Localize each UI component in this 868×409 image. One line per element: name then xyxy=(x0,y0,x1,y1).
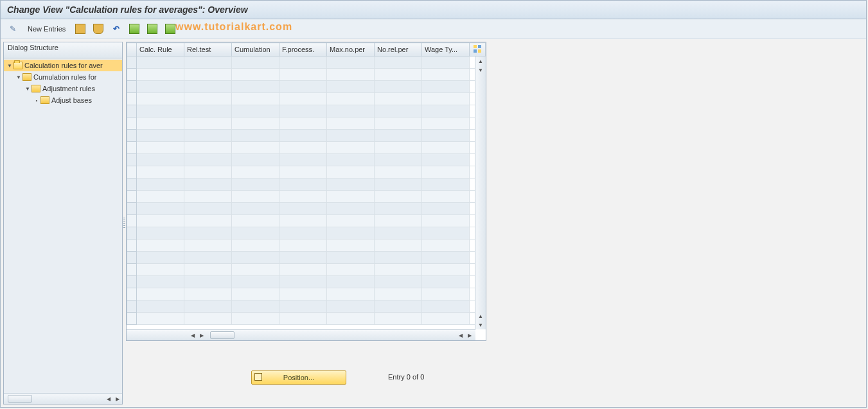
grid-cell[interactable] xyxy=(279,117,327,130)
tree-node[interactable]: ▼Adjustment rules xyxy=(4,83,122,94)
grid-cell[interactable] xyxy=(232,264,279,276)
grid-cell[interactable] xyxy=(137,215,184,227)
grid-cell[interactable] xyxy=(184,166,232,178)
grid-cell[interactable] xyxy=(232,69,279,81)
new-entries-button[interactable]: New Entries xyxy=(24,22,69,35)
grid-cell[interactable] xyxy=(422,215,470,227)
grid-column-header[interactable]: Max.no.per xyxy=(327,43,375,57)
grid-cell[interactable] xyxy=(137,239,184,252)
grid-row-selector[interactable] xyxy=(127,130,137,142)
table-row[interactable] xyxy=(127,276,486,288)
grid-cell[interactable] xyxy=(422,227,470,239)
grid-hscroll-right2[interactable]: ▶ xyxy=(465,331,474,340)
grid-cell[interactable] xyxy=(137,264,184,276)
grid-cell[interactable] xyxy=(279,57,327,69)
grid-vscroll-down2[interactable]: ▲ xyxy=(476,311,485,320)
table-row[interactable] xyxy=(127,154,486,166)
grid-cell[interactable] xyxy=(327,81,375,93)
grid-cell[interactable] xyxy=(279,227,327,239)
grid-cell[interactable] xyxy=(232,178,279,191)
grid-cell[interactable] xyxy=(327,130,375,142)
grid-row-selector[interactable] xyxy=(127,203,137,215)
grid-cell[interactable] xyxy=(422,142,470,154)
grid-cell[interactable] xyxy=(422,191,470,203)
tree-node[interactable]: ▼Calculation rules for aver xyxy=(4,60,122,71)
grid-row-selector[interactable] xyxy=(127,288,137,300)
sidebar-hscroll[interactable]: ◀ ▶ xyxy=(4,393,122,404)
grid-cell[interactable] xyxy=(422,166,470,178)
grid-cell[interactable] xyxy=(375,93,422,105)
grid-cell[interactable] xyxy=(279,191,327,203)
grid-cell[interactable] xyxy=(137,117,184,130)
grid-cell[interactable] xyxy=(184,154,232,166)
grid-cell[interactable] xyxy=(327,239,375,252)
table-row[interactable] xyxy=(127,142,486,154)
grid-cell[interactable] xyxy=(422,178,470,191)
grid-cell[interactable] xyxy=(232,93,279,105)
grid-row-selector[interactable] xyxy=(127,105,137,117)
grid-row-selector[interactable] xyxy=(127,178,137,191)
grid-cell[interactable] xyxy=(184,276,232,288)
grid-cell[interactable] xyxy=(422,239,470,252)
grid-cell[interactable] xyxy=(279,252,327,264)
table-row[interactable] xyxy=(127,105,486,117)
grid-rowselector-header[interactable] xyxy=(127,43,137,57)
grid-cell[interactable] xyxy=(137,227,184,239)
grid-row-selector[interactable] xyxy=(127,57,137,69)
copy-as-button[interactable] xyxy=(73,22,87,36)
grid-cell[interactable] xyxy=(327,313,375,325)
grid-cell[interactable] xyxy=(232,252,279,264)
grid-cell[interactable] xyxy=(279,264,327,276)
table-row[interactable] xyxy=(127,69,486,81)
grid-cell[interactable] xyxy=(327,166,375,178)
grid-cell[interactable] xyxy=(422,117,470,130)
grid-row-selector[interactable] xyxy=(127,166,137,178)
grid-cell[interactable] xyxy=(184,227,232,239)
grid-cell[interactable] xyxy=(279,276,327,288)
grid-cell[interactable] xyxy=(327,93,375,105)
grid-cell[interactable] xyxy=(422,69,470,81)
grid-cell[interactable] xyxy=(184,203,232,215)
grid-column-header[interactable]: F.process. xyxy=(279,43,327,57)
grid-cell[interactable] xyxy=(422,105,470,117)
grid-cell[interactable] xyxy=(279,178,327,191)
table-row[interactable] xyxy=(127,178,486,191)
grid-cell[interactable] xyxy=(184,117,232,130)
grid-cell[interactable] xyxy=(137,252,184,264)
grid-column-header[interactable]: Wage Ty... xyxy=(422,43,470,57)
grid-cell[interactable] xyxy=(232,300,279,313)
grid-cell[interactable] xyxy=(184,105,232,117)
grid-cell[interactable] xyxy=(375,178,422,191)
grid-cell[interactable] xyxy=(279,93,327,105)
grid-cell[interactable] xyxy=(232,81,279,93)
grid-cell[interactable] xyxy=(137,105,184,117)
grid-cell[interactable] xyxy=(327,105,375,117)
grid-cell[interactable] xyxy=(327,227,375,239)
grid-row-selector[interactable] xyxy=(127,93,137,105)
grid-cell[interactable] xyxy=(327,215,375,227)
grid-cell[interactable] xyxy=(327,57,375,69)
tree-node[interactable]: •Adjust bases xyxy=(4,94,122,106)
delete-button[interactable] xyxy=(91,22,105,36)
grid-row-selector[interactable] xyxy=(127,81,137,93)
grid-row-selector[interactable] xyxy=(127,191,137,203)
table-row[interactable] xyxy=(127,93,486,105)
grid-hscroll-thumb[interactable] xyxy=(210,331,235,339)
grid-cell[interactable] xyxy=(422,300,470,313)
grid-cell[interactable] xyxy=(279,154,327,166)
grid-cell[interactable] xyxy=(279,215,327,227)
grid-hscroll-right[interactable]: ▶ xyxy=(197,331,206,340)
grid-cell[interactable] xyxy=(327,276,375,288)
grid-cell[interactable] xyxy=(375,239,422,252)
grid-cell[interactable] xyxy=(327,69,375,81)
grid-cell[interactable] xyxy=(232,117,279,130)
grid-cell[interactable] xyxy=(422,252,470,264)
grid-row-selector[interactable] xyxy=(127,154,137,166)
grid-cell[interactable] xyxy=(327,178,375,191)
grid-cell[interactable] xyxy=(422,81,470,93)
grid-cell[interactable] xyxy=(184,191,232,203)
table-row[interactable] xyxy=(127,81,486,93)
grid-cell[interactable] xyxy=(232,105,279,117)
grid-cell[interactable] xyxy=(422,288,470,300)
table-row[interactable] xyxy=(127,215,486,227)
